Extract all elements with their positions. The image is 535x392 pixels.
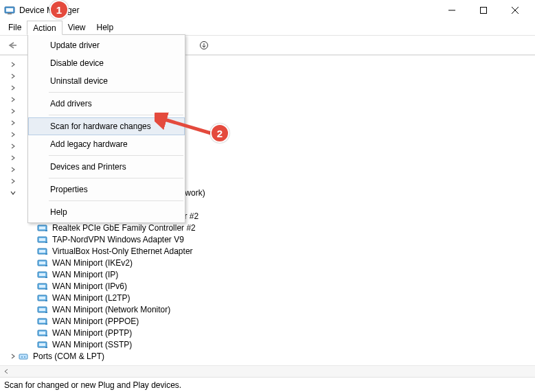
network-adapter-icon bbox=[37, 270, 48, 279]
chevron-right-icon bbox=[8, 153, 18, 163]
svg-point-50 bbox=[24, 356, 25, 358]
chevron-right-icon bbox=[8, 118, 18, 128]
ports-icon bbox=[18, 352, 29, 360]
maximize-icon bbox=[480, 7, 487, 14]
network-adapter-icon bbox=[37, 305, 48, 314]
svg-rect-38 bbox=[45, 312, 47, 313]
tree-item-label: WAN Miniport (Network Monitor) bbox=[51, 305, 172, 314]
close-button[interactable] bbox=[499, 0, 531, 21]
status-text: Scan for changed or new Plug and Play de… bbox=[4, 380, 181, 390]
menu-action[interactable]: Action bbox=[27, 21, 62, 35]
svg-rect-34 bbox=[39, 297, 45, 299]
tree-category-label: Ports (COM & LPT) bbox=[32, 351, 106, 361]
app-icon bbox=[4, 5, 15, 16]
chevron-right-icon bbox=[8, 71, 18, 81]
network-adapter-icon bbox=[37, 294, 48, 302]
chevron-right-icon bbox=[8, 165, 18, 174]
maximize-button[interactable] bbox=[468, 0, 499, 21]
tree-item-label: TAP-NordVPN Windows Adapter V9 bbox=[51, 235, 185, 244]
menu-separator bbox=[49, 115, 183, 115]
tree-item-label: WAN Miniport (IP) bbox=[51, 270, 119, 279]
tree-item-label: WAN Miniport (SSTP) bbox=[51, 340, 133, 349]
svg-rect-20 bbox=[45, 242, 47, 243]
tree-item-label: WAN Miniport (PPTP) bbox=[51, 328, 133, 338]
minimize-button[interactable] bbox=[436, 0, 468, 21]
horizontal-scrollbar[interactable] bbox=[0, 365, 535, 377]
chevron-right-icon bbox=[8, 130, 18, 139]
tree-item-network-adapter[interactable]: Realtek PCIe GbE Family Controller #2 bbox=[4, 222, 535, 233]
svg-rect-26 bbox=[45, 265, 47, 266]
minimize-icon bbox=[448, 7, 455, 14]
network-adapter-icon bbox=[37, 259, 48, 267]
network-adapter-icon bbox=[37, 235, 48, 244]
tree-item-network-adapter[interactable]: TAP-NordVPN Windows Adapter V9 bbox=[4, 233, 535, 245]
svg-rect-29 bbox=[45, 277, 47, 278]
menu-item-disable-device[interactable]: Disable device bbox=[28, 54, 185, 72]
svg-rect-19 bbox=[39, 238, 45, 241]
menu-item-devices-and-printers[interactable]: Devices and Printers bbox=[28, 158, 185, 176]
status-bar: Scan for changed or new Plug and Play de… bbox=[0, 377, 535, 392]
svg-rect-47 bbox=[45, 347, 47, 348]
tree-item-label: Realtek PCIe GbE Family Controller #2 bbox=[51, 223, 197, 233]
chevron-right-icon bbox=[8, 106, 18, 116]
network-adapter-icon bbox=[37, 247, 48, 255]
tree-item-label: WAN Miniport (IKEv2) bbox=[51, 258, 134, 268]
menu-item-scan-for-hardware-changes[interactable]: Scan for hardware changes bbox=[28, 117, 185, 135]
svg-rect-22 bbox=[39, 250, 45, 253]
menu-item-add-drivers[interactable]: Add drivers bbox=[28, 95, 185, 113]
tree-item-network-adapter[interactable]: WAN Miniport (PPTP) bbox=[4, 327, 535, 338]
svg-point-49 bbox=[21, 356, 23, 358]
menu-item-properties[interactable]: Properties bbox=[28, 181, 185, 198]
svg-rect-37 bbox=[39, 308, 45, 311]
svg-rect-31 bbox=[39, 285, 45, 288]
svg-rect-4 bbox=[481, 8, 487, 14]
tree-item-network-adapter[interactable]: WAN Miniport (IPv6) bbox=[4, 280, 535, 292]
network-adapter-icon bbox=[37, 317, 48, 325]
svg-rect-35 bbox=[45, 300, 47, 301]
menu-separator bbox=[49, 155, 183, 156]
tree-item-network-adapter[interactable]: WAN Miniport (PPPOE) bbox=[4, 315, 535, 327]
tree-category-ports[interactable]: Ports (COM & LPT) bbox=[4, 350, 535, 362]
svg-rect-1 bbox=[6, 8, 13, 12]
toolbar-button-extra[interactable] bbox=[196, 38, 212, 53]
chevron-right-icon bbox=[8, 141, 18, 151]
menu-item-update-driver[interactable]: Update driver bbox=[28, 36, 185, 54]
svg-rect-25 bbox=[39, 262, 45, 264]
svg-rect-48 bbox=[19, 354, 27, 359]
annotation-badge-2: 2 bbox=[210, 124, 229, 143]
svg-rect-23 bbox=[45, 253, 47, 255]
chevron-right-icon bbox=[8, 60, 18, 69]
tree-item-network-adapter[interactable]: VirtualBox Host-Only Ethernet Adapter bbox=[4, 245, 535, 257]
menu-file[interactable]: File bbox=[3, 21, 27, 35]
svg-rect-43 bbox=[39, 332, 45, 334]
svg-rect-2 bbox=[8, 13, 12, 14]
svg-rect-28 bbox=[39, 273, 45, 276]
tree-item-network-adapter[interactable]: WAN Miniport (IKEv2) bbox=[4, 257, 535, 268]
svg-rect-32 bbox=[45, 288, 47, 290]
menu-separator bbox=[49, 92, 183, 93]
svg-rect-44 bbox=[45, 335, 47, 336]
refresh-icon bbox=[198, 40, 209, 51]
tree-item-network-adapter[interactable]: WAN Miniport (IP) bbox=[4, 268, 535, 280]
network-adapter-icon bbox=[37, 329, 48, 337]
menu-item-help[interactable]: Help bbox=[28, 203, 185, 221]
menu-view[interactable]: View bbox=[62, 21, 91, 35]
tree-item-label: WAN Miniport (L2TP) bbox=[51, 293, 132, 303]
tree-item-network-adapter[interactable]: WAN Miniport (L2TP) bbox=[4, 292, 535, 303]
chevron-right-icon bbox=[8, 95, 18, 104]
tree-item-network-adapter[interactable]: WAN Miniport (SSTP) bbox=[4, 338, 535, 350]
action-menu-dropdown: Update driverDisable deviceUninstall dev… bbox=[27, 34, 185, 223]
menu-item-add-legacy-hardware[interactable]: Add legacy hardware bbox=[28, 135, 185, 153]
network-adapter-icon bbox=[37, 282, 48, 290]
menu-separator bbox=[49, 200, 183, 201]
back-button[interactable] bbox=[4, 38, 21, 53]
menu-help[interactable]: Help bbox=[91, 21, 119, 35]
tree-item-network-adapter[interactable]: WAN Miniport (Network Monitor) bbox=[4, 303, 535, 315]
chevron-down-icon bbox=[8, 188, 18, 198]
network-adapter-icon bbox=[37, 224, 48, 232]
menu-item-uninstall-device[interactable]: Uninstall device bbox=[28, 72, 185, 90]
network-adapter-icon bbox=[37, 341, 48, 349]
title-bar: Device Manager bbox=[0, 0, 535, 21]
svg-rect-16 bbox=[39, 227, 45, 229]
close-icon bbox=[512, 7, 519, 14]
